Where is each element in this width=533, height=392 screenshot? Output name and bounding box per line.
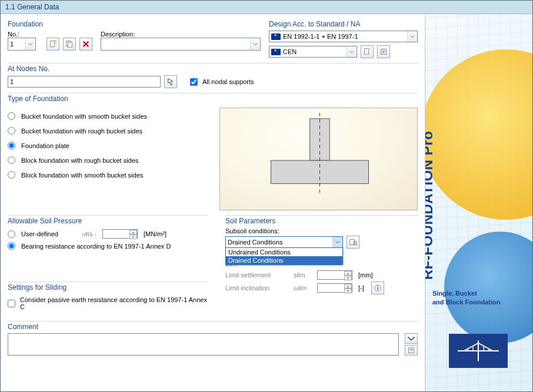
settlement-symbol: slim bbox=[294, 272, 314, 279]
delete-button[interactable] bbox=[79, 38, 92, 51]
settlement-input: ▲▼ bbox=[317, 270, 352, 280]
comment-group-title: Comment bbox=[8, 321, 418, 331]
description-input[interactable] bbox=[101, 38, 261, 51]
eu-flag-icon bbox=[271, 33, 281, 40]
limit-settlement-label: Limit settlement bbox=[225, 272, 290, 279]
svg-rect-3 bbox=[68, 42, 72, 48]
tagline-1: Single, Bucket bbox=[432, 289, 501, 297]
na-select[interactable]: CEN bbox=[269, 46, 357, 58]
all-nodal-checkbox[interactable]: All nodal supports bbox=[190, 78, 254, 86]
foundation-type-radio[interactable]: Bucket foundation with rough bucket side… bbox=[8, 123, 208, 138]
dropdown-option-selected: Drained Conditions bbox=[226, 256, 342, 264]
passive-resistance-checkbox[interactable]: Consider passive earth resistance accord… bbox=[8, 294, 208, 313]
pick-nodes-button[interactable] bbox=[164, 75, 177, 88]
design-group-title: Design Acc. to Standard / NA bbox=[269, 19, 418, 28]
comment-dropdown-button[interactable] bbox=[405, 333, 418, 344]
foundation-type-radio[interactable]: Block foundation with smooth bucket side… bbox=[8, 167, 208, 182]
svg-rect-0 bbox=[51, 41, 55, 47]
no-select[interactable]: 1 bbox=[8, 38, 36, 51]
subsoil-label: Subsoil conditions: bbox=[225, 227, 418, 234]
spinner-down-icon: ▼ bbox=[129, 234, 137, 239]
settlement-unit: [mm] bbox=[358, 272, 372, 279]
spinner-up-icon: ▲ bbox=[129, 230, 137, 234]
brand-logo bbox=[449, 334, 508, 368]
user-defined-radio[interactable]: User-defined σRk : ▲▼ [MN/m²] bbox=[8, 227, 208, 240]
eu-flag-icon bbox=[271, 49, 281, 55]
chevron-down-icon bbox=[332, 237, 342, 247]
svg-point-1 bbox=[54, 41, 56, 43]
type-group-title: Type of Foundation bbox=[8, 93, 418, 103]
new-button[interactable] bbox=[46, 38, 59, 51]
nodes-group-title: At Nodes No. bbox=[8, 63, 418, 73]
standard-select[interactable]: EN 1992-1-1 + EN 1997-1 bbox=[269, 31, 418, 42]
soil-library-button[interactable] bbox=[347, 236, 359, 249]
svg-point-5 bbox=[368, 48, 371, 51]
comment-textarea[interactable] bbox=[8, 333, 399, 356]
comment-pick-button[interactable] bbox=[405, 345, 418, 356]
svg-text:i: i bbox=[377, 284, 378, 291]
no-label: No.: bbox=[8, 31, 19, 38]
tagline-2: and Block Foundation bbox=[432, 298, 501, 306]
sigma-label: σRk : bbox=[71, 230, 96, 237]
foundation-type-radio[interactable]: Foundation plate bbox=[8, 138, 208, 153]
bearing-radio[interactable]: Bearing resistance according to EN 1997-… bbox=[8, 240, 208, 252]
inclination-unit: [-] bbox=[358, 284, 364, 292]
new-na-button[interactable] bbox=[361, 45, 374, 58]
dropdown-option: Undrained Conditions bbox=[226, 248, 342, 256]
svg-line-12 bbox=[356, 244, 357, 246]
sliding-group-title: Settings for Sliding bbox=[8, 282, 208, 292]
foundation-illustration bbox=[219, 108, 418, 210]
limit-inclination-label: Limit inclination bbox=[225, 284, 290, 292]
nodes-input[interactable] bbox=[8, 76, 161, 88]
allowable-group-title: Allowable Soil Pressure bbox=[8, 215, 208, 225]
soil-group-title: Soil Parameters bbox=[225, 215, 418, 225]
product-name: RF-FOUNDATION Pro bbox=[425, 131, 436, 280]
subsoil-select[interactable]: Drained Conditions bbox=[225, 236, 343, 248]
subsoil-dropdown-list[interactable]: Undrained Conditions Drained Conditions bbox=[225, 247, 343, 265]
description-label: Description: bbox=[101, 31, 135, 38]
info-button: i bbox=[371, 282, 384, 294]
foundation-type-radio[interactable]: Block foundation with rough bucket sides bbox=[8, 153, 208, 167]
edit-na-button[interactable] bbox=[377, 45, 390, 58]
copy-button[interactable] bbox=[63, 38, 76, 51]
svg-rect-4 bbox=[365, 49, 369, 55]
foundation-group-title: Foundation bbox=[8, 19, 261, 28]
chevron-down-icon bbox=[25, 38, 35, 50]
chevron-down-icon bbox=[347, 46, 357, 57]
chevron-down-icon bbox=[250, 38, 260, 50]
inclination-input: ▲▼ bbox=[317, 283, 352, 293]
foundation-type-radio[interactable]: Bucket foundation with smooth bucket sid… bbox=[8, 109, 208, 123]
sigma-input: ▲▼ bbox=[102, 229, 138, 239]
inclination-symbol: ωlim bbox=[294, 284, 314, 292]
window-title: 1.1 General Data bbox=[1, 1, 532, 14]
sigma-unit: [MN/m²] bbox=[144, 230, 166, 237]
chevron-down-icon bbox=[407, 31, 417, 42]
product-sidebar: RF-FOUNDATION Pro Single, Bucket and Blo… bbox=[425, 14, 532, 391]
